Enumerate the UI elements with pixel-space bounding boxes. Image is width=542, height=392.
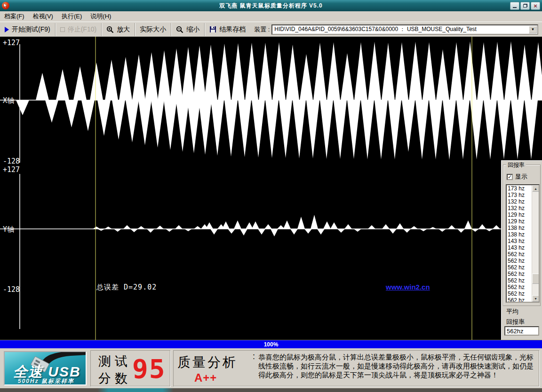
rate-listbox[interactable]: 173 hz173 hz132 hz132 hz129 hz129 hz138 …: [506, 184, 540, 303]
quality-analysis-text: 恭喜您的鼠标为极高分鼠，计算出总误差量极极小，鼠标极平滑，无任何锯齿现象，光标线…: [258, 353, 538, 379]
rate-items: 173 hz173 hz132 hz132 hz129 hz129 hz138 …: [507, 185, 532, 302]
y-min-label: -128: [3, 285, 20, 294]
x-axis-label: X轴: [3, 96, 14, 105]
website-link[interactable]: www.win2.cn: [386, 283, 430, 291]
rate-list-item[interactable]: 129 hz: [507, 218, 532, 225]
usb-logo-subtext: 500Hz 鼠标采样率: [18, 377, 74, 385]
play-icon: [5, 27, 9, 32]
x-max-label: +127: [3, 39, 20, 47]
menu-view[interactable]: 检视(V): [29, 11, 57, 22]
footer-panel: 全速 USB 500Hz 鼠标采样率 测试 分数 95 质量分析 A++ : 恭…: [0, 348, 542, 388]
average-rate-field[interactable]: [504, 326, 539, 336]
save-results-button[interactable]: 结果存档: [205, 23, 250, 36]
minimize-icon: [513, 7, 517, 8]
minimize-button[interactable]: [510, 2, 519, 10]
average-label-line1: 平均: [506, 307, 518, 316]
rate-list-item[interactable]: 129 hz: [507, 212, 532, 218]
start-test-label: 开始测试(F9): [12, 25, 50, 34]
x-min-label: -128: [3, 157, 20, 165]
progress-bar: 100%: [0, 340, 542, 348]
stop-label: 停止(F10): [68, 25, 96, 34]
actual-size-button[interactable]: 实际大小: [135, 23, 171, 36]
chevron-down-icon: ▼: [531, 27, 535, 31]
magnifier-minus-icon: [176, 26, 183, 33]
rate-list-item[interactable]: 562 hz: [507, 258, 532, 264]
rate-list-item[interactable]: 138 hz: [507, 231, 532, 238]
score-label-line2: 分数: [98, 370, 131, 387]
device-label: 装置 :: [254, 25, 270, 34]
rate-list-item[interactable]: 562 hz: [507, 251, 532, 258]
app-icon: [2, 2, 9, 9]
rate-list-item[interactable]: 173 hz: [507, 185, 532, 192]
average-label-line2: 回报率: [506, 318, 525, 326]
arrow-down-icon: ▼: [534, 297, 537, 300]
menu-bar: 档案(F) 检视(V) 执行(E) 说明(H): [0, 11, 542, 22]
toolbar: 开始测试(F9) 停止(F10) 放大 实际大小 缩小 结果存档: [0, 22, 542, 37]
waveform-chart: +127 X轴 -128 +127 Y轴 -128 总误差 D=29.02 ww…: [0, 37, 542, 340]
rate-list-item[interactable]: 562 hz: [507, 277, 532, 284]
zoom-in-label: 放大: [117, 25, 130, 34]
quality-grade: A++: [194, 371, 217, 384]
y-axis-label: Y轴: [3, 225, 14, 234]
desktop-edge-strip: [0, 388, 542, 392]
check-icon: ✓: [508, 174, 512, 180]
floppy-disk-icon: [209, 26, 216, 33]
rate-list-item[interactable]: 173 hz: [507, 192, 532, 198]
usb-logo: 全速 USB 500Hz 鼠标采样率: [4, 351, 87, 385]
rate-list-item[interactable]: 143 hz: [507, 244, 532, 251]
analysis-colon: :: [253, 352, 255, 361]
restore-icon: [523, 4, 527, 8]
report-rate-group-title: 回报率: [506, 161, 526, 169]
menu-help[interactable]: 说明(H): [86, 11, 115, 22]
combobox-dropdown-button[interactable]: ▼: [529, 26, 537, 33]
zoom-in-button[interactable]: 放大: [102, 23, 135, 36]
quality-analysis-box: 质量分析 A++ : 恭喜您的鼠标为极高分鼠，计算出总误差量极极小，鼠标极平滑，…: [173, 350, 539, 386]
report-rate-groupbox: 回报率 ✓ 显示 173 hz173 hz132 hz132 hz129 hz1…: [503, 165, 541, 306]
save-results-label: 结果存档: [219, 25, 246, 34]
scrollbar-thumb[interactable]: [532, 274, 539, 284]
report-rate-panel: 回报率 ✓ 显示 173 hz173 hz132 hz132 hz129 hz1…: [501, 160, 542, 340]
device-value: HID\VID_046A&PID_0059\6&3603C157&0&0000 …: [272, 25, 529, 33]
quality-analysis-title: 质量分析: [177, 353, 238, 371]
rate-list-item[interactable]: 562 hz: [507, 290, 532, 297]
restore-button[interactable]: [520, 2, 530, 10]
show-checkbox[interactable]: ✓: [507, 174, 513, 180]
rate-list-item[interactable]: 132 hz: [507, 205, 532, 212]
progress-value: 100%: [264, 341, 279, 348]
rate-list-scrollbar[interactable]: ▲ ▼: [532, 185, 539, 302]
rate-list-item[interactable]: 562 hz: [507, 284, 532, 290]
stop-button[interactable]: 停止(F10): [56, 23, 102, 36]
zoom-out-button[interactable]: 缩小: [171, 23, 205, 36]
y-max-label: +127: [3, 165, 20, 174]
rate-list-item[interactable]: 143 hz: [507, 238, 532, 244]
stop-icon: [60, 27, 65, 32]
score-label-line1: 测试: [98, 353, 131, 370]
title-bar: 双飞燕 鼠青天鼠标质量分析程序 V5.0 ×: [0, 0, 542, 11]
rate-list-item[interactable]: 562 hz: [507, 271, 532, 277]
menu-file[interactable]: 档案(F): [0, 11, 29, 22]
rate-list-item[interactable]: 562 hz: [507, 264, 532, 271]
rate-list-item[interactable]: 562 hz: [507, 297, 532, 303]
score-value: 95: [132, 353, 166, 384]
device-combobox[interactable]: HID\VID_046A&PID_0059\6&3603C157&0&0000 …: [271, 24, 538, 35]
mouse-cursor-icon: [3, 3, 8, 8]
score-box: 测试 分数 95: [90, 350, 170, 386]
window-title: 双飞燕 鼠青天鼠标质量分析程序 V5.0: [0, 2, 542, 10]
magnifier-plus-icon: [106, 26, 114, 33]
start-test-button[interactable]: 开始测试(F9): [0, 23, 56, 36]
total-error-label: 总误差 D=29.02: [96, 283, 157, 292]
actual-size-label: 实际大小: [140, 25, 166, 34]
scroll-down-button[interactable]: ▼: [532, 295, 539, 302]
arrow-up-icon: ▲: [534, 187, 537, 190]
show-checkbox-label: 显示: [515, 172, 527, 181]
close-icon: ×: [534, 2, 537, 9]
zoom-out-label: 缩小: [186, 25, 199, 34]
menu-run[interactable]: 执行(E): [57, 11, 86, 22]
waveform-svg: [0, 37, 542, 340]
device-area: 装置 : HID\VID_046A&PID_0059\6&3603C157&0&…: [254, 24, 542, 35]
rate-list-item[interactable]: 138 hz: [507, 225, 532, 231]
close-button[interactable]: ×: [531, 2, 540, 10]
scroll-up-button[interactable]: ▲: [532, 185, 539, 192]
rate-list-item[interactable]: 132 hz: [507, 198, 532, 205]
